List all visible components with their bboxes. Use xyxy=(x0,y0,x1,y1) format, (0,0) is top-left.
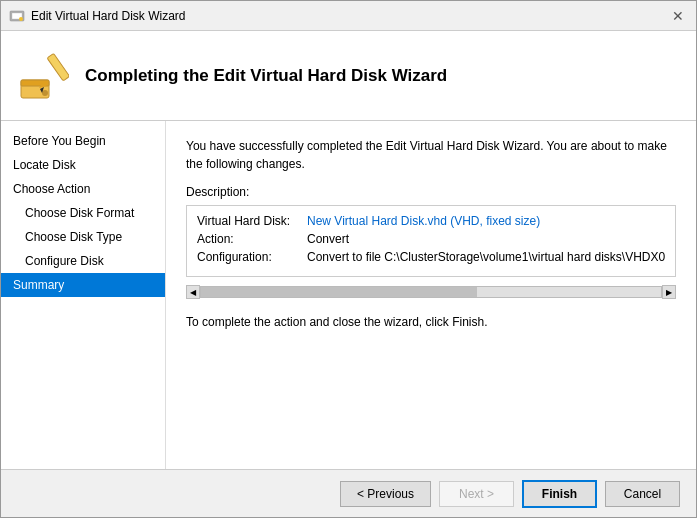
title-bar-left: Edit Virtual Hard Disk Wizard xyxy=(9,8,186,24)
svg-rect-6 xyxy=(47,53,69,81)
content-area: Before You Begin Locate Disk Choose Acti… xyxy=(1,121,696,469)
cancel-button[interactable]: Cancel xyxy=(605,481,680,507)
sidebar-item-summary[interactable]: Summary xyxy=(1,273,165,297)
wizard-window: Edit Virtual Hard Disk Wizard ✕ Completi… xyxy=(0,0,697,518)
window-title: Edit Virtual Hard Disk Wizard xyxy=(31,9,186,23)
sidebar-item-choose-disk-format[interactable]: Choose Disk Format xyxy=(1,201,165,225)
next-button[interactable]: Next > xyxy=(439,481,514,507)
info-row-action: Action: Convert xyxy=(197,232,665,246)
info-row-config: Configuration: Convert to file C:\Cluste… xyxy=(197,250,665,264)
sidebar-item-configure-disk[interactable]: Configure Disk xyxy=(1,249,165,273)
config-value: Convert to file C:\ClusterStorage\volume… xyxy=(307,250,665,264)
scrollbar-track[interactable] xyxy=(200,286,662,298)
sidebar-item-before-you-begin[interactable]: Before You Begin xyxy=(1,129,165,153)
wizard-icon xyxy=(17,50,69,102)
action-value: Convert xyxy=(307,232,665,246)
title-bar: Edit Virtual Hard Disk Wizard ✕ xyxy=(1,1,696,31)
finish-button[interactable]: Finish xyxy=(522,480,597,508)
sidebar-item-choose-disk-type[interactable]: Choose Disk Type xyxy=(1,225,165,249)
scroll-left-button[interactable]: ◀ xyxy=(186,285,200,299)
svg-point-5 xyxy=(42,90,48,96)
config-label: Configuration: xyxy=(197,250,307,264)
intro-text: You have successfully completed the Edit… xyxy=(186,137,676,173)
svg-point-2 xyxy=(19,17,23,21)
footer: < Previous Next > Finish Cancel xyxy=(1,469,696,517)
wizard-header: Completing the Edit Virtual Hard Disk Wi… xyxy=(1,31,696,121)
finish-text: To complete the action and close the wiz… xyxy=(186,313,676,331)
wizard-title: Completing the Edit Virtual Hard Disk Wi… xyxy=(85,66,447,86)
sidebar-item-choose-action[interactable]: Choose Action xyxy=(1,177,165,201)
vhd-label: Virtual Hard Disk: xyxy=(197,214,307,228)
scroll-right-button[interactable]: ▶ xyxy=(662,285,676,299)
main-content: You have successfully completed the Edit… xyxy=(166,121,696,469)
info-box: Virtual Hard Disk: New Virtual Hard Disk… xyxy=(186,205,676,277)
header-icon-svg xyxy=(17,50,69,102)
scrollbar-row: ◀ ▶ xyxy=(186,285,676,299)
previous-button[interactable]: < Previous xyxy=(340,481,431,507)
sidebar-item-locate-disk[interactable]: Locate Disk xyxy=(1,153,165,177)
scrollbar-thumb[interactable] xyxy=(201,287,477,297)
vhd-value: New Virtual Hard Disk.vhd (VHD, fixed si… xyxy=(307,214,665,228)
description-label: Description: xyxy=(186,185,676,199)
action-label: Action: xyxy=(197,232,307,246)
close-button[interactable]: ✕ xyxy=(668,6,688,26)
info-row-vhd: Virtual Hard Disk: New Virtual Hard Disk… xyxy=(197,214,665,228)
app-icon xyxy=(9,8,25,24)
sidebar: Before You Begin Locate Disk Choose Acti… xyxy=(1,121,166,469)
